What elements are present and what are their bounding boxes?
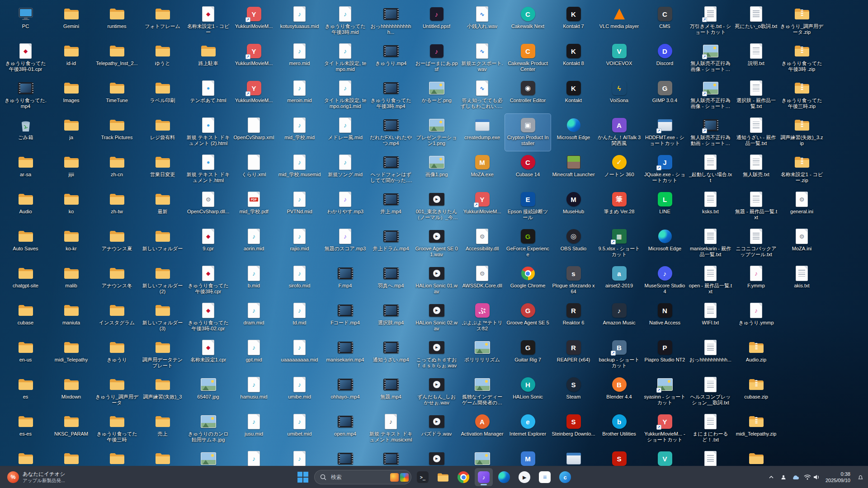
desktop-icon[interactable]: ko [48, 188, 94, 225]
desktop-icon[interactable]: NNative Access [642, 299, 688, 336]
desktop-icon[interactable]: 選択肢.mp4 [368, 299, 414, 336]
desktop-icon[interactable]: きゅうり食ってた午後3時.mp4 [368, 77, 414, 114]
desktop-icon[interactable]: S [596, 447, 642, 466]
search-input[interactable] [330, 474, 387, 481]
desktop-icon[interactable]: open - 親作品一覧.txt [688, 262, 733, 299]
taskbar-app-code-app[interactable]: c [556, 468, 574, 486]
desktop-icon[interactable]: 新しいフォルダー (2) [140, 262, 185, 299]
desktop-icon[interactable]: V [642, 447, 688, 466]
desktop-icon[interactable]: ヘルスコンプレッション__歌詞.txt [688, 373, 733, 410]
desktop-icon[interactable]: ◆きゅうり食ってた午後3時-01.cpr [3, 40, 48, 77]
desktop-icon[interactable]: chatgpt-site [3, 262, 48, 299]
desktop-icon[interactable]: ▣Crypton Product Installer [505, 114, 551, 151]
desktop-icon[interactable]: open.mp4 [322, 410, 368, 447]
desktop-icon[interactable]: ↗無人販売不正行為 画像 - ショートカット [688, 77, 733, 114]
desktop-icon[interactable]: 孤独なインディーゲーム開発者の一生 ... [459, 373, 505, 410]
desktop-icon[interactable]: PDFmid_学校.pdf [231, 188, 277, 225]
desktop-icon[interactable]: ◆9.cpr [185, 225, 231, 262]
tray-network-volume[interactable] [802, 469, 821, 485]
desktop-icon[interactable]: KKontakt [551, 77, 596, 114]
desktop-icon[interactable]: ▶ずんだもん_しおかせぉ.wav [414, 373, 459, 410]
desktop-icon[interactable]: ▶Groove Agent SE 01.wav [414, 225, 459, 262]
desktop-icon[interactable]: sPlogue sforzando x64 [551, 262, 596, 299]
desktop-icon[interactable] [322, 447, 368, 466]
desktop-icon[interactable]: aairset2-2019 [596, 262, 642, 299]
desktop-icon[interactable] [185, 447, 231, 466]
desktop-icon[interactable]: ポリリリリズム [459, 336, 505, 373]
desktop-icon[interactable]: 無題.mp4 [368, 373, 414, 410]
desktop-icon[interactable]: SSteam [551, 373, 596, 410]
desktop-icon[interactable]: 最新 [140, 188, 185, 225]
desktop-icon[interactable]: インスタグラム [94, 299, 140, 336]
desktop-icon[interactable]: en-us [3, 336, 48, 373]
desktop-icon[interactable]: きゅうり食ってた午後三時 [94, 410, 140, 447]
desktop-icon[interactable]: ◆きゅうり食ってた午後3時.cpr [185, 262, 231, 299]
taskbar-app-file-explorer[interactable] [434, 468, 452, 486]
desktop-icon[interactable]: B↗backup - ショートカット [596, 336, 642, 373]
desktop-icon[interactable]: ♪新規ソング.mid [322, 151, 368, 188]
desktop-icon[interactable]: GGIMP 3.0.4 [642, 77, 688, 114]
desktop-icon[interactable]: ♪mid_学校.musemid [277, 151, 322, 188]
desktop-icon[interactable]: PC [3, 3, 48, 40]
desktop-icon[interactable]: ∿新規エクスポート.wav [459, 40, 505, 77]
desktop-icon[interactable]: Gemini [48, 3, 94, 40]
taskbar-app-notepad[interactable]: ≡ [536, 468, 554, 486]
desktop-icon[interactable]: ♪新規 テキスト ドキュメント.musicxml [368, 410, 414, 447]
desktop-icon[interactable]: manisekarin - 親作品一覧.txt [688, 225, 733, 262]
desktop-icon[interactable]: ◎OBS Studio [551, 225, 596, 262]
desktop-icon[interactable]: 羽真へ.mp4 [368, 262, 414, 299]
desktop-icon[interactable]: ♪無題のスコア.mp3 [322, 225, 368, 262]
desktop-icon[interactable]: ♪わかりやす.mp3 [322, 188, 368, 225]
desktop-icon[interactable]: ♪rajio.mid [277, 225, 322, 262]
desktop-icon[interactable]: だれだFXいれたやつ.mp4 [368, 114, 414, 151]
desktop-icon[interactable]: Microsoft Edge [642, 225, 688, 262]
desktop-icon[interactable]: アナウンス夏 [94, 225, 140, 262]
desktop-icon[interactable]: manisekarin.mp4 [322, 336, 368, 373]
desktop-icon[interactable]: 井上ドラム.mp4 [368, 225, 414, 262]
desktop-icon[interactable]: ⚙general.ini [779, 188, 825, 225]
desktop-icon[interactable]: es [3, 373, 48, 410]
desktop-icon[interactable] [459, 447, 505, 466]
desktop-icon[interactable]: アナウンス冬 [94, 262, 140, 299]
desktop-icon[interactable]: EEpson 接続診断ツール [505, 188, 551, 225]
desktop-icon[interactable]: ♪uaaaaaaaaa.mid [277, 336, 322, 373]
desktop-icon[interactable]: VLC media player [596, 3, 642, 40]
tray-notifications[interactable] [854, 469, 866, 485]
desktop-icon[interactable]: ♪ [231, 447, 277, 466]
desktop-icon[interactable]: ▶こってぬｈｄすおｆｄｓｂらぉ.wav [414, 336, 459, 373]
desktop-icon[interactable]: ♪sirofo.mid [277, 262, 322, 299]
tray-onedrive[interactable] [790, 469, 802, 485]
desktop-icon[interactable]: ▶001_東北きりたん（ノーマル）_今しゃ... [414, 188, 459, 225]
desktop-icon[interactable]: ♪b.mid [231, 262, 277, 299]
desktop-icon[interactable]: プレゼンテーション1.png [414, 114, 459, 151]
desktop-icon[interactable]: ja [48, 114, 94, 151]
desktop-icon[interactable]: midi_Telepathy.zip [733, 410, 779, 447]
desktop-icon[interactable]: Audio [3, 188, 48, 225]
desktop-icon[interactable]: ●テンポあて.html [185, 77, 231, 114]
desktop-icon[interactable]: BBlender 4.4 [596, 373, 642, 410]
desktop-icon[interactable]: ぷぷよぷよ™テトリス®2 [459, 299, 505, 336]
desktop-icon[interactable]: 調声用データテンプレート [140, 336, 185, 373]
desktop-icon[interactable]: es-es [3, 410, 48, 447]
desktop-icon[interactable]: ●新規 テキスト ドキュメント (2).html [185, 114, 231, 151]
desktop-icon[interactable]: KKontakt 8 [551, 40, 596, 77]
desktop-icon[interactable]: きゅうり食ってた.mp4 [3, 77, 48, 114]
desktop-icon[interactable]: ⚙MoZA.ini [779, 225, 825, 262]
desktop-icon[interactable]: MMoZA.exe [459, 151, 505, 188]
desktop-icon[interactable]: MMuseHub [551, 188, 596, 225]
desktop-icon[interactable]: ♪きゅうり.ymmp [733, 299, 779, 336]
taskbar-app-media-player[interactable]: ▶ [515, 468, 533, 486]
desktop-icon[interactable]: PPiapro Studio NT2 [642, 336, 688, 373]
desktop-icon[interactable]: ♪F.ymmp [733, 262, 779, 299]
search-highlight-icons[interactable] [390, 473, 409, 482]
taskbar-widget[interactable]: % あなたにイチオシ アップル新製品発... [3, 466, 70, 488]
desktop-icon[interactable]: 画像1.png [414, 151, 459, 188]
desktop-icon[interactable]: zh-cn [94, 151, 140, 188]
desktop-icon[interactable]: おっhhhhhhhhhhhh... [368, 3, 414, 40]
desktop-icon[interactable]: 死にたい_o歌詞.txt [733, 3, 779, 40]
desktop-icon[interactable]: LLINE [642, 188, 688, 225]
desktop-icon[interactable]: eInternet Explorer [505, 410, 551, 447]
desktop-icon[interactable]: M [505, 447, 551, 466]
desktop-icon[interactable]: zh-tw [94, 188, 140, 225]
desktop-icon[interactable]: jijii [48, 151, 94, 188]
